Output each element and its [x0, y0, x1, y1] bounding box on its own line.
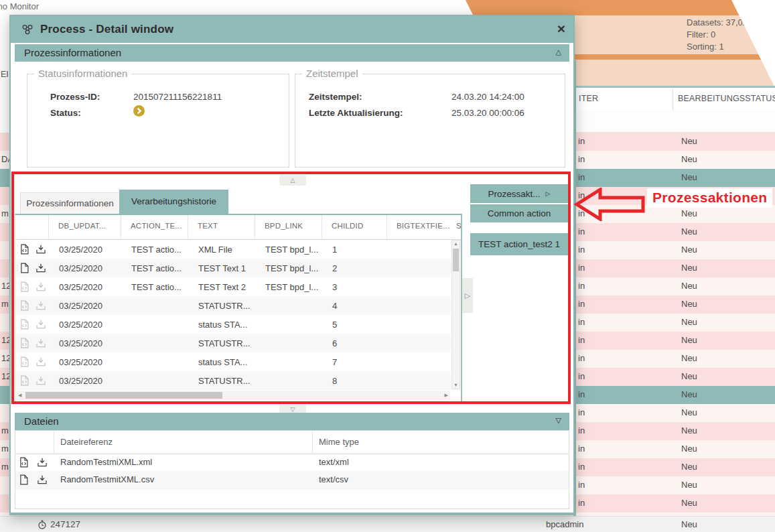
col-childid[interactable]: CHILDID [322, 215, 387, 239]
xml-file-icon[interactable] [20, 244, 29, 255]
prozess-id-value: 201507211156221811 [133, 92, 222, 102]
download-icon[interactable] [36, 282, 46, 291]
splitter-up-icon: △ [291, 177, 295, 184]
download-icon[interactable] [37, 458, 48, 467]
fieldset-legend: Zeitstempel [302, 68, 362, 79]
process-detail-window: Process - Detail window × Prozessinforma… [9, 15, 575, 515]
bg-column-header-status: BEARBEITUNGSSTATUS [678, 94, 775, 103]
menu-expand-icon: ▷ [546, 190, 551, 197]
download-icon[interactable] [36, 263, 46, 273]
status-label: Status: [50, 108, 81, 118]
scroll-left-icon[interactable]: ◀ [18, 393, 21, 398]
col-dateireferenz[interactable]: Dateireferenz [54, 431, 313, 454]
footer-status-cell: Neu [681, 519, 697, 529]
footer-user-cell: bpcadmin [546, 519, 583, 529]
xml-file-icon[interactable] [19, 457, 28, 468]
xml-file-icon[interactable] [20, 319, 29, 330]
scroll-right-icon[interactable]: ▶ [445, 393, 448, 398]
dataset-stats: Datasets: 37,025 Filter: 0 Sorting: 1 [687, 17, 752, 53]
download-icon[interactable] [36, 338, 46, 348]
prozess-id-label: Prozess-ID: [50, 92, 100, 102]
col-db-update[interactable]: DB_UPDAT... [49, 215, 121, 239]
expand-right-icon: ▷ [465, 291, 470, 300]
common-action-button[interactable]: Common action [470, 204, 568, 222]
vertical-scroll-thumb[interactable] [453, 249, 459, 271]
download-icon[interactable] [36, 320, 46, 329]
download-icon[interactable] [36, 301, 46, 310]
col-text[interactable]: TEXT [188, 215, 255, 239]
col-bpd-link[interactable]: BPD_LINK [255, 215, 322, 239]
section-title: Prozessinformationen [24, 47, 121, 58]
zeitstempel-label: Zeitstempel: [309, 92, 362, 102]
dialog-titlebar[interactable]: Process - Detail window × [11, 16, 573, 43]
xml-file-icon[interactable] [20, 356, 29, 367]
file-icon[interactable] [20, 263, 29, 273]
status-fieldset: Statusinformationen Prozess-ID: 20150721… [27, 74, 289, 168]
zeitstempel-value: 24.03.20 14:24:00 [451, 92, 524, 102]
bg-column-header-bearbeiter: ITER [579, 94, 598, 103]
splitter-down-icon: ▽ [291, 406, 295, 413]
close-icon[interactable]: × [557, 21, 565, 37]
download-icon[interactable] [36, 376, 46, 385]
xml-file-icon[interactable] [20, 300, 29, 311]
history-grid-header: DB_UPDAT... ACTION_TE... TEXT BPD_LINK C… [15, 215, 461, 240]
app-title-fragment: mo Monitor [0, 1, 39, 11]
history-row[interactable]: 03/25/2020 TEST actio... TEST Text 1 TES… [15, 259, 451, 277]
download-icon[interactable] [36, 357, 46, 367]
history-row[interactable]: 03/25/2020 TEST actio... XML File TEST b… [15, 240, 451, 259]
col-bigtextfield[interactable]: BIGTEXTFIE... [387, 215, 452, 239]
xml-file-icon[interactable] [20, 338, 29, 348]
history-grid: DB_UPDAT... ACTION_TE... TEXT BPD_LINK C… [15, 214, 462, 403]
letzte-aktualisierung-value: 25.03.20 00:00:06 [451, 108, 524, 118]
file-row[interactable]: RandomTestmitXML.csv text/csv [15, 471, 569, 489]
panel-expander[interactable]: ▷ [462, 278, 473, 313]
files-grid: Dateireferenz Mime type RandomTestmiXML.… [15, 430, 569, 509]
banner-stripe-dark-top [466, 0, 775, 15]
horizontal-scrollbar[interactable]: ◀ ▶ [16, 391, 450, 400]
vertical-scrollbar[interactable]: ▲ ▼ [451, 240, 460, 389]
files-grid-header: Dateireferenz Mime type [15, 431, 569, 454]
col-file-icons [15, 431, 54, 454]
fieldset-legend: Statusinformationen [34, 68, 131, 79]
filter-count: Filter: 0 [687, 29, 752, 41]
file-row[interactable]: RandomTestmiXML.xml text/xml [15, 454, 569, 472]
tab-prozessinformationen[interactable]: Prozessinformationen [20, 192, 120, 214]
xml-file-icon[interactable] [20, 281, 29, 292]
horizontal-scroll-thumb[interactable] [25, 392, 222, 399]
splitter-collapse-up[interactable]: △ [279, 175, 306, 186]
col-partial: S [452, 215, 462, 239]
screen: mo Monitor Datasets: 37,025 Filter: 0 So… [0, 0, 775, 532]
xml-file-icon[interactable] [20, 375, 29, 386]
letzte-aktualisierung-label: Letzte Aktualisierung: [309, 108, 403, 118]
timer-icon [38, 520, 47, 529]
history-row[interactable]: 03/25/2020 STATUSTR... 8 [15, 371, 451, 390]
download-icon[interactable] [36, 245, 46, 254]
col-mime-type[interactable]: Mime type [313, 431, 569, 454]
process-icon [21, 23, 33, 36]
record-counter: 247127 [50, 519, 80, 529]
collapse-down-icon[interactable]: ▽ [556, 416, 561, 425]
history-row[interactable]: 03/25/2020 STATUSTR... 4 [15, 296, 451, 315]
section-title: Dateien [24, 415, 59, 427]
dialog-title: Process - Detail window [40, 23, 173, 36]
datasets-count: Datasets: 37,025 [687, 17, 752, 29]
history-row[interactable]: 03/25/2020 status STA... 7 [15, 352, 451, 371]
test-action-button[interactable]: TEST action_test2 1 [470, 233, 568, 255]
history-row[interactable]: 03/25/2020 STATUSTR... 6 [15, 334, 451, 352]
col-action-text[interactable]: ACTION_TE... [121, 215, 188, 239]
status-bar: 247127 bpcadmin Neu [0, 516, 775, 532]
scroll-up-icon[interactable]: ▲ [453, 241, 458, 247]
panel-top-border [575, 86, 775, 88]
tab-verarbeitungshistorie[interactable]: Verarbeitungshistorie [119, 190, 228, 214]
section-dateien: Dateien ▽ [15, 413, 569, 430]
download-icon[interactable] [37, 475, 48, 484]
prozessaktionen-menu-button[interactable]: Prozessakt... ▷ [470, 184, 568, 203]
scroll-down-icon[interactable]: ▼ [453, 383, 458, 388]
file-icon[interactable] [19, 474, 28, 485]
history-row[interactable]: 03/25/2020 TEST actio... TEST Text 2 TES… [15, 277, 451, 296]
status-running-icon [133, 105, 145, 117]
collapse-up-icon[interactable]: △ [556, 48, 561, 56]
history-row[interactable]: 03/25/2020 status STA... 5 [15, 315, 451, 334]
section-prozessinformationen: Prozessinformationen △ [15, 44, 569, 62]
bg-filter-row[interactable] [575, 111, 775, 133]
